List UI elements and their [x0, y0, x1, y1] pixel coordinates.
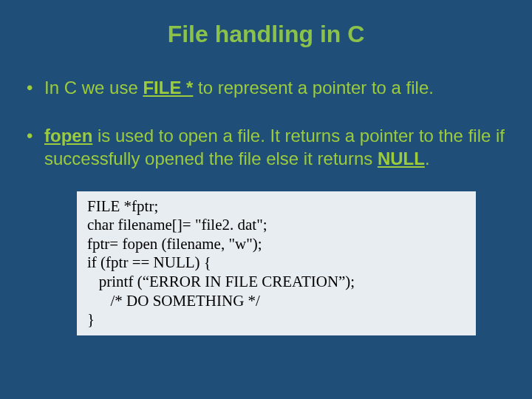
code-line: fptr= fopen (filename, "w"); — [87, 235, 466, 254]
keyword-null: NULL — [378, 149, 425, 168]
bullet-list: In C we use FILE * to represent a pointe… — [22, 76, 510, 171]
code-line: } — [87, 310, 466, 330]
code-line: /* DO SOMETHING */ — [87, 292, 466, 311]
bullet-item-1: In C we use FILE * to represent a pointe… — [22, 76, 510, 99]
slide-title: File handling in C — [22, 21, 510, 48]
code-line: if (fptr == NULL) { — [87, 253, 466, 273]
code-example: FILE *fptr; char filename[]= "file2. dat… — [77, 191, 476, 335]
keyword-file-star: FILE * — [143, 78, 193, 98]
text: In C we use — [44, 78, 143, 98]
text: . — [425, 149, 430, 168]
keyword-fopen: fopen — [44, 126, 92, 146]
code-line: char filename[]= "file2. dat"; — [87, 216, 466, 235]
code-line: printf (“ERROR IN FILE CREATION”); — [87, 273, 466, 292]
text: to represent a pointer to a file. — [193, 78, 434, 98]
slide: File handling in C In C we use FILE * to… — [0, 0, 532, 399]
bullet-item-2: fopen is used to open a file. It returns… — [22, 124, 510, 170]
text: is used to open a file. It returns a poi… — [44, 126, 505, 168]
code-line: FILE *fptr; — [87, 197, 466, 216]
